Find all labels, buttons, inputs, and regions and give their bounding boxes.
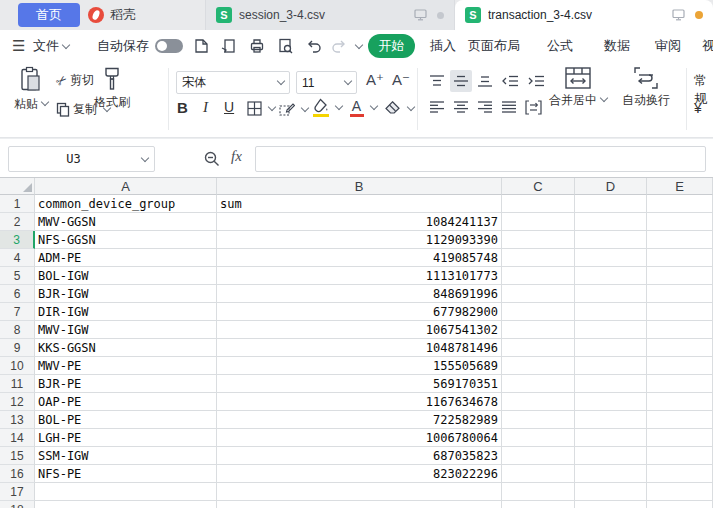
ribbon-tab-formulas[interactable]: 公式 (547, 30, 573, 62)
file-menu[interactable]: 文件 (33, 30, 69, 62)
cell-A17[interactable] (35, 483, 217, 501)
cell-E6[interactable] (647, 285, 713, 303)
decrease-font-button[interactable]: A⁻ (392, 71, 410, 89)
cell-B15[interactable]: 687035823 (217, 447, 502, 465)
undo-icon[interactable] (304, 37, 323, 55)
cell-D12[interactable] (575, 393, 647, 411)
cell-D10[interactable] (575, 357, 647, 375)
ribbon-tab-page-layout[interactable]: 页面布局 (468, 30, 520, 62)
cell-D16[interactable] (575, 465, 647, 483)
cell-B7[interactable]: 677982900 (217, 303, 502, 321)
cell-C9[interactable] (502, 339, 575, 357)
justify-button[interactable] (498, 96, 520, 118)
cell-A15[interactable]: SSM-IGW (35, 447, 217, 465)
row-header-3[interactable]: 3 (0, 231, 35, 249)
select-all-corner[interactable] (0, 178, 35, 195)
cell-A5[interactable]: BOL-IGW (35, 267, 217, 285)
cell-D9[interactable] (575, 339, 647, 357)
decrease-indent-button[interactable] (498, 70, 522, 92)
cell-A14[interactable]: LGH-PE (35, 429, 217, 447)
cell-E18[interactable] (647, 501, 713, 508)
cell-B16[interactable]: 823022296 (217, 465, 502, 483)
format-painter-button[interactable]: 格式刷 (90, 66, 134, 111)
cell-E14[interactable] (647, 429, 713, 447)
row-header-2[interactable]: 2 (0, 213, 35, 231)
align-bottom-button[interactable] (474, 70, 496, 92)
cell-B3[interactable]: 1129093390 (217, 231, 502, 249)
align-right-button[interactable] (474, 96, 496, 118)
cell-E9[interactable] (647, 339, 713, 357)
cell-D5[interactable] (575, 267, 647, 285)
cut-button[interactable]: ✂ 剪切 (56, 72, 94, 89)
cell-A6[interactable]: BJR-IGW (35, 285, 217, 303)
ribbon-tab-data[interactable]: 数据 (604, 30, 630, 62)
home-tab[interactable]: 首页 (18, 3, 80, 27)
name-box[interactable]: U3 (8, 146, 155, 172)
cell-A3[interactable]: NFS-GGSN (35, 231, 217, 249)
cell-E1[interactable] (647, 195, 713, 213)
cell-A10[interactable]: MWV-PE (35, 357, 217, 375)
cell-B12[interactable]: 1167634678 (217, 393, 502, 411)
cell-A1[interactable]: common_device_group (35, 195, 217, 213)
ribbon-tab-review[interactable]: 审阅 (655, 30, 681, 62)
cell-D15[interactable] (575, 447, 647, 465)
cell-E3[interactable] (647, 231, 713, 249)
cell-B6[interactable]: 848691996 (217, 285, 502, 303)
print-preview-icon[interactable] (276, 37, 294, 55)
cell-B8[interactable]: 1067541302 (217, 321, 502, 339)
cell-C13[interactable] (502, 411, 575, 429)
file-tab-session[interactable]: S session_3-4.csv (205, 0, 455, 30)
cell-B11[interactable]: 569170351 (217, 375, 502, 393)
cell-E10[interactable] (647, 357, 713, 375)
font-name-select[interactable]: 宋体 (176, 71, 290, 94)
cell-C14[interactable] (502, 429, 575, 447)
row-header-16[interactable]: 16 (0, 465, 35, 483)
cell-D13[interactable] (575, 411, 647, 429)
cell-A4[interactable]: ADM-PE (35, 249, 217, 267)
cell-A8[interactable]: MWV-IGW (35, 321, 217, 339)
increase-font-button[interactable]: A⁺ (366, 71, 384, 89)
row-header-6[interactable]: 6 (0, 285, 35, 303)
column-header-C[interactable]: C (502, 178, 575, 195)
cell-E4[interactable] (647, 249, 713, 267)
cell-B17[interactable] (217, 483, 502, 501)
cell-A12[interactable]: OAP-PE (35, 393, 217, 411)
cell-D17[interactable] (575, 483, 647, 501)
text-orientation-button[interactable] (522, 96, 544, 118)
cell-D18[interactable] (575, 501, 647, 508)
merge-center-button[interactable]: 合并居中 (548, 66, 608, 109)
cell-C5[interactable] (502, 267, 575, 285)
row-header-7[interactable]: 7 (0, 303, 35, 321)
row-header-9[interactable]: 9 (0, 339, 35, 357)
row-header-1[interactable]: 1 (0, 195, 35, 213)
autosave-toggle[interactable] (155, 39, 183, 53)
zoom-out-icon[interactable] (203, 150, 221, 168)
cell-B4[interactable]: 419085748 (217, 249, 502, 267)
row-header-12[interactable]: 12 (0, 393, 35, 411)
cell-C18[interactable] (502, 501, 575, 508)
cell-C6[interactable] (502, 285, 575, 303)
cell-D8[interactable] (575, 321, 647, 339)
cell-E12[interactable] (647, 393, 713, 411)
cell-D4[interactable] (575, 249, 647, 267)
column-header-A[interactable]: A (35, 178, 217, 195)
cell-B9[interactable]: 1048781496 (217, 339, 502, 357)
formula-input[interactable] (255, 146, 706, 172)
cell-C2[interactable] (502, 213, 575, 231)
cell-D1[interactable] (575, 195, 647, 213)
cell-E11[interactable] (647, 375, 713, 393)
cell-C7[interactable] (502, 303, 575, 321)
column-header-B[interactable]: B (217, 178, 502, 195)
cell-B2[interactable]: 1084241137 (217, 213, 502, 231)
align-top-button[interactable] (426, 70, 448, 92)
underline-button[interactable]: U (224, 99, 234, 115)
row-header-8[interactable]: 8 (0, 321, 35, 339)
ribbon-tab-home[interactable]: 开始 (368, 34, 415, 58)
cell-A2[interactable]: MWV-GGSN (35, 213, 217, 231)
bold-button[interactable]: B (177, 99, 188, 116)
cell-C17[interactable] (502, 483, 575, 501)
redo-icon[interactable] (330, 37, 349, 55)
cell-A9[interactable]: KKS-GGSN (35, 339, 217, 357)
cell-A11[interactable]: BJR-PE (35, 375, 217, 393)
cell-B14[interactable]: 1006780064 (217, 429, 502, 447)
